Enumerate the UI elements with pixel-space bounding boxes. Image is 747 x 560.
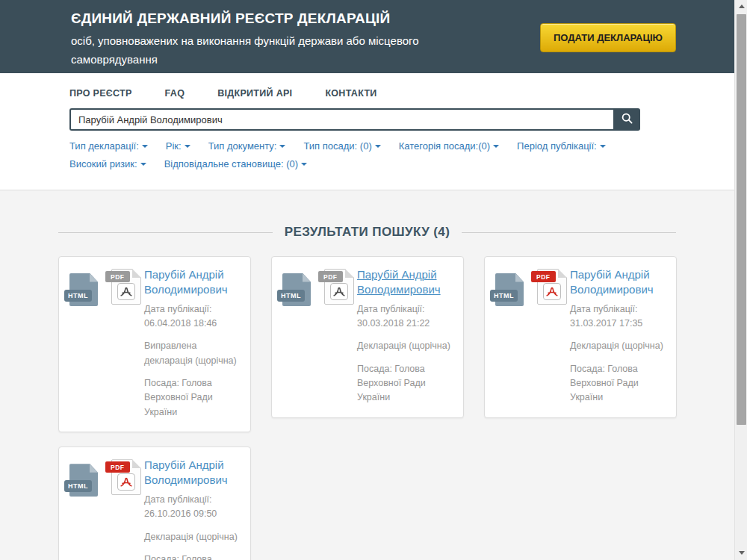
date-value: 06.04.2018 18:46 — [144, 317, 241, 331]
filters-row-2: Високий ризик: Відповідальне становище: … — [69, 158, 734, 169]
search-button[interactable] — [613, 108, 640, 131]
results-heading: РЕЗУЛЬТАТИ ПОШУКУ (4) — [58, 225, 676, 240]
main-nav: ПРО РЕЄСТР FAQ ВІДКРИТИЙ API КОНТАКТИ — [69, 88, 734, 99]
date-value: 30.03.2018 21:22 — [357, 317, 454, 331]
scroll-up-arrow-icon[interactable] — [735, 0, 747, 12]
result-card: HTML PDF Парубій Андрій Володимирович — [58, 447, 251, 560]
filter-publication-period[interactable]: Період публікації: — [517, 140, 606, 152]
chevron-down-icon — [279, 145, 285, 148]
html-badge: HTML — [64, 480, 92, 492]
card-file-icons: HTML PDF — [282, 267, 357, 312]
scrollbar-thumb[interactable] — [737, 14, 746, 425]
nav-open-api[interactable]: ВІДКРИТИЙ API — [217, 88, 292, 99]
card-file-icons: HTML PDF — [69, 267, 144, 312]
filter-high-risk[interactable]: Високий ризик: — [69, 158, 146, 169]
pdf-file-icon[interactable]: PDF — [324, 269, 354, 305]
search-icon — [622, 113, 633, 126]
declaration-type: Виправлена декларація (щорічна) — [144, 339, 241, 368]
acrobat-icon — [117, 283, 135, 300]
filter-year[interactable]: Рік: — [166, 140, 190, 152]
nav-contacts[interactable]: КОНТАКТИ — [325, 88, 376, 99]
filter-document-type[interactable]: Тип документу: — [208, 140, 286, 152]
acrobat-icon — [543, 283, 561, 300]
html-badge: HTML — [64, 290, 92, 302]
search-panel: ПРО РЕЄСТР FAQ ВІДКРИТИЙ API КОНТАКТИ Ти… — [0, 73, 734, 190]
filter-declaration-type[interactable]: Тип декларації: — [69, 140, 148, 152]
filter-label: Рік: — [166, 140, 182, 152]
html-file-icon[interactable]: HTML — [69, 273, 98, 306]
result-card: HTML PDF Парубій Андрій Володимирович — [58, 256, 251, 432]
card-body: Парубій Андрій Володимирович Дата публік… — [357, 267, 454, 405]
declaration-type: Декларація (щорічна) — [570, 339, 667, 353]
file-fold — [345, 269, 354, 278]
search-row — [69, 108, 640, 131]
pdf-file-icon[interactable]: PDF — [537, 269, 567, 305]
declaration-person-link[interactable]: Парубій Андрій Володимирович — [570, 267, 667, 297]
filter-label: Тип посади: (0) — [303, 140, 371, 152]
declaration-type: Декларація (щорічна) — [144, 530, 241, 544]
scroll-down-arrow-icon[interactable] — [735, 547, 747, 559]
card-body: Парубій Андрій Володимирович Дата публік… — [570, 267, 667, 405]
html-badge: HTML — [277, 290, 305, 302]
submit-declaration-button[interactable]: ПОДАТИ ДЕКЛАРАЦІЮ — [540, 23, 676, 52]
filters: Тип декларації: Рік: Тип документу: Тип … — [69, 140, 734, 169]
pdf-file-icon[interactable]: PDF — [111, 269, 141, 305]
result-card: HTML PDF Парубій Андрій Володимирович — [484, 256, 677, 418]
filter-label: Тип декларації: — [69, 140, 139, 152]
date-value: 31.03.2017 17:35 — [570, 317, 667, 331]
card-file-icons: HTML PDF — [69, 458, 144, 503]
declaration-type: Декларація (щорічна) — [357, 339, 454, 353]
file-fold — [558, 269, 567, 278]
card-body: Парубій Андрій Володимирович Дата публік… — [144, 458, 241, 560]
filters-row-1: Тип декларації: Рік: Тип документу: Тип … — [69, 140, 734, 152]
nav-about-register[interactable]: ПРО РЕЄСТР — [69, 88, 132, 99]
pdf-badge: PDF — [318, 271, 343, 282]
acrobat-icon — [117, 473, 135, 491]
file-fold — [132, 459, 141, 468]
declaration-person-link[interactable]: Парубій Андрій Володимирович — [144, 458, 241, 488]
publication-date: Дата публікації: 30.03.2018 21:22 — [357, 302, 454, 332]
chevron-down-icon — [142, 145, 148, 148]
date-value: 26.10.2016 09:50 — [144, 507, 241, 521]
html-file-icon[interactable]: HTML — [495, 273, 524, 306]
publication-date: Дата публікації: 31.03.2017 17:35 — [570, 302, 667, 332]
site-subtitle: осіб, уповноважених на виконання функцій… — [71, 31, 478, 69]
pdf-badge: PDF — [105, 461, 130, 473]
date-label: Дата публікації: — [570, 302, 667, 317]
pdf-file-icon[interactable]: PDF — [111, 459, 141, 495]
position-text: Посада: Голова Верховної Ради України — [357, 362, 454, 405]
chevron-down-icon — [185, 145, 190, 148]
filter-label: Відповідальне становище: (0) — [164, 158, 298, 169]
site-header: ЄДИНИЙ ДЕРЖАВНИЙ РЕЄСТР ДЕКЛАРАЦІЙ осіб,… — [0, 0, 734, 73]
filter-label: Високий ризик: — [69, 158, 137, 169]
filter-responsible-position[interactable]: Відповідальне становище: (0) — [164, 158, 307, 169]
date-label: Дата публікації: — [357, 302, 454, 317]
declaration-person-link[interactable]: Парубій Андрій Володимирович — [357, 267, 454, 297]
filter-position-category[interactable]: Категорія посади:(0) — [399, 140, 499, 152]
html-file-icon[interactable]: HTML — [282, 273, 311, 306]
html-file-icon[interactable]: HTML — [69, 464, 98, 497]
chevron-down-icon — [375, 145, 381, 148]
results-grid: HTML PDF Парубій Андрій Володимирович — [58, 256, 676, 560]
filter-position-type[interactable]: Тип посади: (0) — [303, 140, 380, 152]
filter-label: Період публікації: — [517, 140, 597, 152]
nav-faq[interactable]: FAQ — [165, 88, 185, 99]
chevron-down-icon — [600, 145, 606, 148]
position-text: Посада: Голова Верховної Ради України — [144, 376, 241, 420]
filter-label: Тип документу: — [208, 140, 277, 152]
date-label: Дата публікації: — [144, 493, 241, 507]
search-input[interactable] — [69, 108, 613, 131]
acrobat-icon — [330, 283, 348, 300]
result-card: HTML PDF Парубій Андрій Володимирович — [271, 256, 464, 418]
declaration-person-link[interactable]: Парубій Андрій Володимирович — [144, 267, 241, 297]
file-fold — [132, 269, 141, 278]
pdf-badge: PDF — [531, 271, 556, 282]
vertical-scrollbar[interactable] — [734, 0, 747, 560]
results-area: РЕЗУЛЬТАТИ ПОШУКУ (4) HTML PDF — [0, 190, 734, 560]
date-label: Дата публікації: — [144, 302, 241, 317]
pdf-badge: PDF — [105, 271, 130, 282]
html-badge: HTML — [490, 290, 518, 302]
publication-date: Дата публікації: 06.04.2018 18:46 — [144, 302, 241, 332]
filter-label: Категорія посади:(0) — [399, 140, 490, 152]
card-body: Парубій Андрій Володимирович Дата публік… — [144, 267, 241, 420]
